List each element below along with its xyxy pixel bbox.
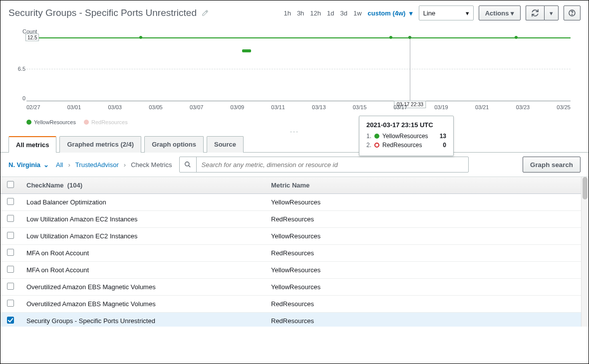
dot-icon (374, 134, 379, 139)
cell-checkname: Low Utilization Amazon EC2 Instances (20, 228, 265, 245)
cell-checkname: Overutilized Amazon EBS Magnetic Volumes (20, 279, 265, 296)
search-icon (180, 157, 197, 172)
scrollbar[interactable] (581, 177, 589, 327)
filter-bar: N. Virginia ⌄ All › TrustedAdvisor › Che… (0, 153, 589, 177)
header-metricname[interactable]: Metric Name (265, 177, 589, 194)
row-checkbox[interactable] (7, 249, 14, 256)
tab-graphed-metrics[interactable]: Graphed metrics (2/4) (59, 136, 141, 153)
cell-metricname: YellowResources (265, 279, 589, 296)
legend-item-red[interactable]: RedResources (84, 119, 128, 125)
graph-search-button[interactable]: Graph search (523, 157, 581, 173)
cell-checkname: MFA on Root Account (20, 245, 265, 262)
breadcrumb-trustedadvisor[interactable]: TrustedAdvisor (75, 161, 119, 169)
metrics-table: CheckName (104) Metric Name Load Balance… (0, 177, 589, 327)
chart-tooltip: 2021-03-17 23:15 UTC 1. YellowResources … (359, 116, 454, 156)
table-row[interactable]: Overutilized Amazon EBS Magnetic Volumes… (0, 296, 589, 313)
chart-hover-guideline (410, 36, 410, 101)
range-drag-handle[interactable] (242, 49, 251, 52)
header-checkname[interactable]: CheckName (104) (20, 177, 265, 194)
series-yellowresources (26, 37, 571, 38)
chart-grid (26, 36, 571, 101)
title-area: Security Groups - Specific Ports Unrestr… (8, 7, 209, 18)
time-range-1d[interactable]: 1d (327, 9, 334, 17)
y-value-callout: 12.5 (25, 34, 39, 41)
chart-legend: YellowResources RedResources (26, 119, 581, 125)
line-chart[interactable]: 12.5 6.5 0 12.5 03-17 22:33 02/27 03/01 … (26, 36, 571, 116)
table-row[interactable]: Low Utilization Amazon EC2 InstancesRedR… (0, 211, 589, 228)
cell-metricname: RedResources (265, 211, 589, 228)
svg-point-2 (185, 162, 189, 166)
search-input[interactable] (197, 161, 468, 169)
page-title: Security Groups - Specific Ports Unrestr… (8, 7, 197, 18)
region-select[interactable]: N. Virginia ⌄ (8, 161, 49, 169)
legend-chip-icon (84, 120, 89, 125)
cell-checkname: Load Balancer Optimization (20, 194, 265, 211)
tab-content: N. Virginia ⌄ All › TrustedAdvisor › Che… (0, 152, 589, 327)
table-row[interactable]: Overutilized Amazon EBS Magnetic Volumes… (0, 279, 589, 296)
table-row[interactable]: Low Utilization Amazon EC2 InstancesYell… (0, 228, 589, 245)
help-button[interactable] (564, 5, 581, 20)
tooltip-row: 2. RedResources 0 (366, 142, 446, 149)
panel-resize-handle[interactable]: --- (0, 127, 589, 136)
legend-chip-icon (26, 120, 31, 125)
metrics-table-container: CheckName (104) Metric Name Load Balance… (0, 177, 589, 327)
breadcrumb-all[interactable]: All (56, 161, 63, 169)
cell-metricname: YellowResources (265, 262, 589, 279)
chevron-down-icon: ⌄ (43, 161, 49, 169)
breadcrumb: All › TrustedAdvisor › Check Metrics (56, 161, 172, 169)
help-icon (568, 9, 576, 17)
metric-search (179, 157, 469, 173)
x-axis-ticks: 02/27 03/01 03/03 03/05 03/07 03/09 03/1… (26, 104, 571, 116)
scrollbar-thumb[interactable] (583, 177, 588, 199)
chart-type-select[interactable]: Line ▾ (419, 5, 474, 20)
cell-metricname: YellowResources (265, 194, 589, 211)
refresh-options-button[interactable]: ▾ (544, 5, 559, 20)
actions-button[interactable]: Actions ▾ (479, 5, 521, 20)
table-row[interactable]: MFA on Root AccountYellowResources (0, 262, 589, 279)
table-row[interactable]: Load Balancer OptimizationYellowResource… (0, 194, 589, 211)
time-range-1w[interactable]: 1w (353, 9, 362, 17)
chevron-right-icon: › (124, 161, 126, 169)
time-range-3h[interactable]: 3h (297, 9, 304, 17)
header-checkbox[interactable] (0, 177, 20, 194)
refresh-icon (531, 9, 539, 17)
edit-icon[interactable] (202, 9, 209, 16)
tab-all-metrics[interactable]: All metrics (8, 136, 56, 153)
row-checkbox[interactable] (7, 300, 14, 307)
ring-icon (374, 143, 379, 148)
cell-metricname: YellowResources (265, 228, 589, 245)
row-checkbox[interactable] (7, 232, 14, 239)
breadcrumb-current: Check Metrics (131, 161, 172, 169)
tab-bar: All metrics Graphed metrics (2/4) Graph … (0, 136, 589, 153)
cell-checkname: Low Utilization Amazon EC2 Instances (20, 211, 265, 228)
row-checkbox[interactable] (7, 215, 14, 222)
time-range-1h[interactable]: 1h (284, 9, 291, 17)
tooltip-title: 2021-03-17 23:15 UTC (366, 121, 446, 129)
chart-area: Count 12.5 6.5 0 12.5 03-17 22:33 02/27 … (0, 23, 589, 127)
header-bar: Security Groups - Specific Ports Unrestr… (0, 0, 589, 23)
row-checkbox[interactable] (7, 317, 14, 324)
cell-checkname: Overutilized Amazon EBS Magnetic Volumes (20, 296, 265, 313)
cell-metricname: RedResources (265, 245, 589, 262)
y-axis-label: Count (22, 28, 581, 34)
table-row[interactable]: Security Groups - Specific Ports Unrestr… (0, 313, 589, 327)
cell-checkname: MFA on Root Account (20, 262, 265, 279)
time-range-picker: 1h 3h 12h 1d 3d 1w custom (4w) ▾ (284, 9, 412, 17)
time-range-custom[interactable]: custom (4w) ▾ (368, 9, 413, 17)
cell-checkname: Security Groups - Specific Ports Unrestr… (20, 313, 265, 327)
tab-graph-options[interactable]: Graph options (144, 136, 204, 153)
chevron-down-icon: ▾ (550, 9, 553, 17)
legend-item-yellow[interactable]: YellowResources (26, 119, 76, 125)
time-range-12h[interactable]: 12h (310, 9, 321, 17)
row-checkbox[interactable] (7, 198, 14, 205)
cell-metricname: RedResources (265, 296, 589, 313)
row-checkbox[interactable] (7, 266, 14, 273)
tooltip-row: 1. YellowResources 13 (366, 133, 446, 140)
refresh-button[interactable] (526, 5, 544, 20)
y-axis-ticks: 12.5 6.5 0 (12, 36, 25, 101)
chevron-right-icon: › (68, 161, 70, 169)
time-range-3d[interactable]: 3d (340, 9, 347, 17)
row-checkbox[interactable] (7, 283, 14, 290)
tab-source[interactable]: Source (207, 136, 244, 153)
table-row[interactable]: MFA on Root AccountRedResources (0, 245, 589, 262)
